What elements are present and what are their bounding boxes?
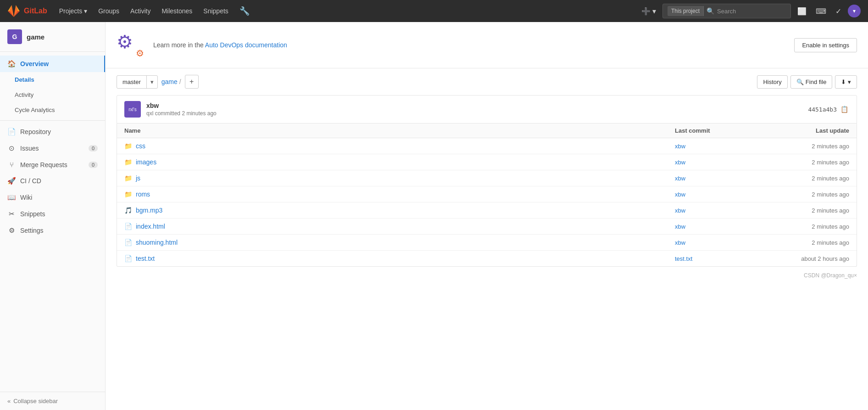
- commit-link-bgm[interactable]: xbw: [675, 207, 767, 214]
- file-name-roms[interactable]: 📁 roms: [124, 191, 675, 198]
- merge-requests-icon: ⑂: [7, 161, 16, 168]
- committer-avatar: rxl's: [124, 101, 141, 118]
- commit-link-css[interactable]: xbw: [675, 143, 767, 150]
- sidebar-item-details[interactable]: Details: [0, 72, 105, 87]
- commit-meta: qxl committed 2 minutes ago: [146, 110, 802, 117]
- add-file-button[interactable]: +: [185, 75, 199, 89]
- user-avatar[interactable]: ▾: [848, 5, 861, 17]
- commit-author: qxl: [146, 110, 153, 117]
- sidebar-activity-label: Activity: [15, 91, 33, 98]
- sidebar-item-snippets[interactable]: ✂ Snippets: [0, 206, 105, 222]
- search-box[interactable]: This project 🔍: [662, 4, 791, 18]
- branch-selector[interactable]: master ▾: [117, 75, 158, 89]
- last-update-images: 2 minutes ago: [767, 159, 849, 166]
- last-update-index: 2 minutes ago: [767, 223, 849, 230]
- last-update-bgm: 2 minutes ago: [767, 207, 849, 214]
- search-scope-label[interactable]: This project: [668, 6, 704, 16]
- autodevops-docs-link[interactable]: Auto DevOps documentation: [205, 41, 287, 49]
- sidebar-ci-cd-label: CI / CD: [20, 177, 41, 185]
- nav-snippets[interactable]: Snippets: [199, 4, 233, 18]
- nav-activity[interactable]: Activity: [126, 4, 155, 18]
- file-name-test[interactable]: 📄 test.txt: [124, 255, 675, 262]
- main-nav: Projects ▾ Groups Activity Milestones Sn…: [55, 2, 254, 20]
- breadcrumb-root[interactable]: game: [161, 78, 178, 85]
- search-input[interactable]: [717, 8, 786, 15]
- file-name-text: test.txt: [136, 255, 155, 262]
- gitlab-logo[interactable]: GitLab: [7, 5, 47, 17]
- col-last-update: Last update: [767, 127, 849, 134]
- download-button[interactable]: ⬇ ▾: [835, 75, 857, 89]
- sidebar-details-label: Details: [15, 76, 34, 83]
- sidebar-item-issues[interactable]: ⊙ Issues 0: [0, 140, 105, 157]
- table-row: 📄 index.html xbw 2 minutes ago: [117, 219, 857, 235]
- sidebar-item-cycle-analytics[interactable]: Cycle Analytics: [0, 102, 105, 118]
- nav-milestones[interactable]: Milestones: [157, 4, 197, 18]
- todo-icon[interactable]: ✓: [833, 4, 844, 18]
- branch-dropdown-icon[interactable]: ▾: [146, 76, 157, 88]
- table-row: 📄 shuoming.html xbw 2 minutes ago: [117, 235, 857, 251]
- nav-wrench-icon[interactable]: 🔧: [235, 2, 254, 20]
- banner-text: Learn more in the Auto DevOps documentat…: [153, 41, 785, 49]
- sidebar-item-ci-cd[interactable]: 🚀 CI / CD: [0, 173, 105, 189]
- commit-hash: 4451a4b3 📋: [808, 105, 849, 114]
- search-icon: 🔍: [707, 7, 714, 15]
- sidebar-toggle-icon[interactable]: ⬜: [795, 4, 809, 18]
- sidebar-project-name: game: [27, 33, 45, 41]
- file-name-text: bgm.mp3: [136, 207, 162, 214]
- topnav: GitLab Projects ▾ Groups Activity Milest…: [0, 0, 868, 22]
- html-file-icon: 📄: [124, 239, 132, 246]
- file-name-index[interactable]: 📄 index.html: [124, 223, 675, 230]
- keyboard-shortcut-icon[interactable]: ⌨: [813, 4, 829, 18]
- commit-hash-value: 4451a4b3: [808, 106, 837, 113]
- file-name-js[interactable]: 📁 js: [124, 174, 675, 182]
- last-update-shuoming: 2 minutes ago: [767, 239, 849, 246]
- commit-action-text: committed: [155, 110, 180, 117]
- sidebar-item-settings[interactable]: ⚙ Settings: [0, 222, 105, 239]
- commit-link-shuoming[interactable]: xbw: [675, 239, 767, 246]
- nav-projects[interactable]: Projects ▾: [55, 4, 92, 18]
- file-name-images[interactable]: 📁 images: [124, 158, 675, 166]
- table-row: 📁 js xbw 2 minutes ago: [117, 170, 857, 186]
- folder-icon: 📁: [124, 191, 132, 198]
- sidebar-item-activity[interactable]: Activity: [0, 87, 105, 102]
- sidebar-repository-label: Repository: [20, 128, 51, 135]
- wiki-icon: 📖: [7, 193, 16, 202]
- col-last-commit: Last commit: [675, 127, 767, 134]
- sidebar-item-merge-requests[interactable]: ⑂ Merge Requests 0: [0, 157, 105, 173]
- enable-settings-button[interactable]: Enable in settings: [794, 38, 857, 52]
- main-content: Learn more in the Auto DevOps documentat…: [106, 22, 868, 410]
- file-name-text: shuoming.html: [136, 239, 178, 246]
- file-name-bgm[interactable]: 🎵 bgm.mp3: [124, 207, 675, 214]
- folder-icon: 📁: [124, 158, 132, 166]
- sidebar-issues-label: Issues: [20, 145, 39, 152]
- commit-link-js[interactable]: xbw: [675, 175, 767, 182]
- history-button[interactable]: History: [757, 75, 787, 89]
- copy-hash-button[interactable]: 📋: [840, 105, 849, 114]
- commit-link-images[interactable]: xbw: [675, 159, 767, 166]
- collapse-sidebar[interactable]: « Collapse sidebar: [0, 392, 105, 410]
- file-name-css[interactable]: 📁 css: [124, 142, 675, 150]
- table-row: 📁 roms xbw 2 minutes ago: [117, 186, 857, 202]
- home-icon: 🏠: [7, 60, 16, 68]
- commit-link-roms[interactable]: xbw: [675, 191, 767, 198]
- repository-icon: 📄: [7, 128, 16, 136]
- commit-info: xbw qxl committed 2 minutes ago: [146, 102, 802, 117]
- logo-text: GitLab: [24, 7, 47, 15]
- avatar-text: rxl's: [128, 107, 136, 112]
- find-file-button[interactable]: 🔍 Find file: [790, 75, 833, 89]
- sidebar-overview-label: Overview: [20, 60, 49, 67]
- commit-link-test[interactable]: test.txt: [675, 255, 767, 262]
- sidebar-merge-requests-label: Merge Requests: [20, 161, 67, 168]
- commit-link-index[interactable]: xbw: [675, 223, 767, 230]
- commit-bar: rxl's xbw qxl committed 2 minutes ago 44…: [117, 95, 857, 124]
- last-update-js: 2 minutes ago: [767, 175, 849, 182]
- plus-icon[interactable]: ➕ ▾: [639, 4, 659, 18]
- sidebar-snippets-label: Snippets: [20, 210, 45, 218]
- file-name-shuoming[interactable]: 📄 shuoming.html: [124, 239, 675, 246]
- breadcrumb: game /: [161, 78, 181, 85]
- nav-groups[interactable]: Groups: [94, 4, 124, 18]
- sidebar-item-overview[interactable]: 🏠 Overview: [0, 56, 105, 72]
- sidebar-wiki-label: Wiki: [20, 194, 32, 201]
- sidebar-item-wiki[interactable]: 📖 Wiki: [0, 189, 105, 206]
- sidebar-item-repository[interactable]: 📄 Repository: [0, 124, 105, 140]
